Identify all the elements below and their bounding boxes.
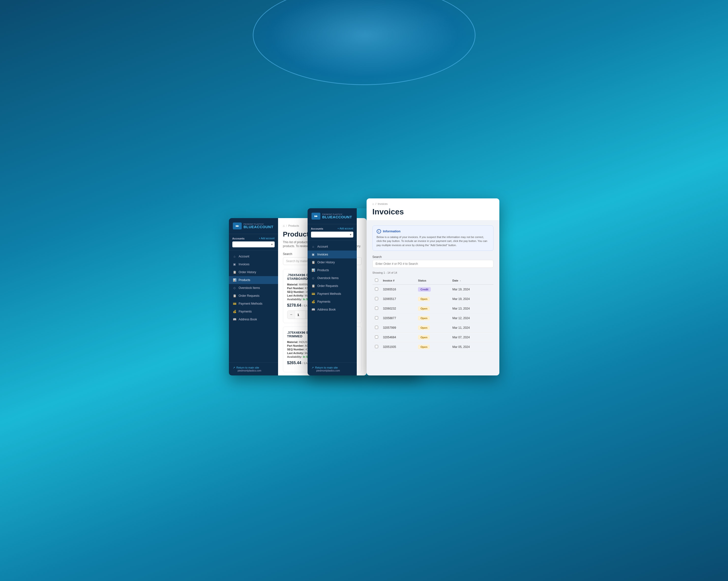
invoices-title: Invoices (372, 207, 493, 216)
return-url-p2: piedmontplastics.com (316, 369, 353, 372)
table-row: 32065516 Credit Mar 19, 2024 (372, 285, 493, 294)
home-icon-p1: ⌂ (233, 255, 236, 258)
nav-label-paymentmethods-p1: Payment Methods (239, 302, 263, 306)
row-checkbox-5[interactable] (375, 335, 378, 339)
row-checkbox-6[interactable] (375, 345, 378, 348)
sidebar-item-invoices-p1[interactable]: ▣ Invoices (229, 260, 278, 268)
status-badge-2: Open (418, 306, 430, 311)
invoice-id-2[interactable]: 32060232 (381, 304, 416, 314)
logo-blue-panel1: BLUE (244, 225, 254, 229)
sidebar-item-products-p2[interactable]: 📊 Products (308, 266, 357, 274)
invoices-header: ⌂ / Invoices Invoices (367, 199, 499, 220)
qty-decrease-btn-1[interactable]: − (287, 311, 295, 319)
sidebar-item-invoices-p2[interactable]: ▣ Invoices (308, 250, 357, 258)
invoice-id-1[interactable]: 32065517 (381, 294, 416, 304)
invoice-id-6[interactable]: 32051935 (381, 342, 416, 352)
nav-label-products-p2: Products (317, 268, 329, 272)
add-account-btn-panel2[interactable]: + Add account (338, 227, 353, 230)
sidebar-nav-panel1: ⌂ Account ▣ Invoices 📋 Order History 📊 P… (229, 250, 278, 363)
sidebar-item-products-p1[interactable]: 📊 Products (229, 276, 278, 284)
sidebar-item-account-p1[interactable]: ⌂ Account (229, 253, 278, 260)
nav-label-orderhistory-p2: Order History (317, 261, 335, 264)
invoice-id-5[interactable]: 32054684 (381, 333, 416, 342)
nav-label-paymentmethods-p2: Payment Methods (317, 292, 341, 295)
external-link-icon-p2: ↗ (312, 366, 314, 369)
info-box-title: i Information (376, 229, 489, 234)
qty-input-1[interactable] (295, 311, 305, 319)
invoice-status-2: Open (416, 304, 450, 314)
invoice-id-4[interactable]: 32057999 (381, 323, 416, 333)
date-header[interactable]: Date ↑ (450, 276, 493, 285)
info-icon: i (376, 229, 381, 234)
sidebar-item-orderrequests-p1[interactable]: 📋 Order Requests (229, 292, 278, 300)
orderreq-icon-p1: 📋 (233, 294, 236, 297)
sidebar-item-addressbook-p2[interactable]: 📖 Address Book (308, 306, 357, 314)
invoice-date-1: Mar 19, 2024 (450, 294, 493, 304)
logo-brand-panel2: Piedmont Plastics' BLUEACCOUNT (322, 213, 352, 219)
table-row: 32054684 Open Mar 07, 2024 (372, 333, 493, 342)
return-link-p1[interactable]: ↗ Return to main site (233, 366, 274, 369)
status-badge-4: Open (418, 325, 430, 330)
sidebar-item-payments-p2[interactable]: 💰 Payments (308, 298, 357, 306)
products-icon-p1: 📊 (233, 278, 236, 282)
product-unit-1: / EA (303, 304, 308, 307)
row-checkbox-4[interactable] (375, 326, 378, 329)
address-icon-p1: 📖 (233, 318, 236, 321)
invoice-status-1: Open (416, 294, 450, 304)
sidebar-nav-panel2: ⌂ Account ▣ Invoices 📋 Order History 📊 P… (308, 241, 357, 363)
invoices-search-input[interactable] (372, 260, 493, 268)
row-checkbox-1[interactable] (375, 297, 378, 300)
sidebar-item-payment-methods-p2[interactable]: 💳 Payment Methods (308, 290, 357, 298)
sidebar-item-orderrequests-p2[interactable]: 📋 Order Requests (308, 282, 357, 290)
nav-label-payments-p1: Payments (239, 310, 252, 313)
invoice-id-0[interactable]: 32065516 (381, 285, 416, 294)
row-checkbox-3[interactable] (375, 316, 378, 319)
logo-blue-panel2: BLUE (322, 215, 333, 219)
add-account-btn-panel1[interactable]: + Add account (259, 237, 275, 240)
return-label-p1: Return to main site (236, 366, 259, 369)
breadcrumb-sep-p3: / (375, 202, 376, 205)
invoices-content-panel: ⌂ / Invoices Invoices i Information Belo… (367, 199, 499, 375)
sidebar-item-overstock-p2[interactable]: ◇ Overstock Items (308, 274, 357, 282)
logo-panel1: Piedmont Plastics' BLUEACCOUNT (229, 218, 278, 234)
select-all-checkbox[interactable] (375, 279, 378, 282)
invoices-table-head: Invoice # Status Date ↑ (372, 276, 493, 285)
table-row: 32065517 Open Mar 19, 2024 (372, 294, 493, 304)
invoice-num-header[interactable]: Invoice # (381, 276, 416, 285)
invoice-status-6: Open (416, 342, 450, 352)
date-sort-icon: ↑ (460, 280, 461, 282)
accounts-select-panel1[interactable] (232, 241, 275, 247)
row-checkbox-0[interactable] (375, 287, 378, 291)
sidebar-item-overstock-p1[interactable]: ◇ Overstock Items (229, 284, 278, 292)
invoices-table: Invoice # Status Date ↑ 3206 (372, 276, 493, 352)
invoice-date-5: Mar 07, 2024 (450, 333, 493, 342)
payment-icon-p2: 💳 (312, 292, 315, 295)
accounts-select-panel2[interactable] (311, 232, 353, 238)
sidebar-item-addressbook-p1[interactable]: 📖 Address Book (229, 315, 278, 323)
status-badge-1: Open (418, 297, 430, 301)
nav-label-overstock-p2: Overstock Items (317, 276, 339, 280)
table-row: 32060232 Open Mar 13, 2024 (372, 304, 493, 314)
sidebar-item-orderhistory-p2[interactable]: 📋 Order History (308, 258, 357, 266)
table-row: 32057999 Open Mar 11, 2024 (372, 323, 493, 333)
sidebar-item-account-p2[interactable]: ⌂ Account (308, 243, 357, 250)
invoices-info-box: i Information Below is a catalog of your… (372, 226, 493, 251)
return-link-p2[interactable]: ↗ Return to main site (312, 366, 353, 369)
sidebar-item-orderhistory-p1[interactable]: 📋 Order History (229, 268, 278, 276)
sidebar-item-payments-p1[interactable]: 💰 Payments (229, 308, 278, 315)
showing-text: Showing 1 - 14 of 14 (372, 271, 493, 274)
invoice-id-3[interactable]: 32058877 (381, 314, 416, 323)
breadcrumb-home-icon-p3[interactable]: ⌂ (372, 202, 374, 205)
info-body-text: Below is a catalog of your invoices. If … (376, 235, 489, 247)
invoice-date-6: Mar 05, 2024 (450, 342, 493, 352)
breadcrumb-separator: / (286, 224, 287, 227)
nav-label-account-p1: Account (239, 255, 249, 258)
breadcrumb-home-icon[interactable]: ⌂ (283, 224, 285, 228)
sidebar-footer-p2: ↗ Return to main site piedmontplastics.c… (308, 363, 357, 375)
sidebar-item-payment-methods-p1[interactable]: 💳 Payment Methods (229, 300, 278, 308)
invoices-breadcrumb: ⌂ / Invoices (372, 202, 493, 205)
row-checkbox-2[interactable] (375, 307, 378, 310)
nav-label-orderrequests-p1: Order Requests (239, 294, 260, 297)
info-title-text: Information (383, 230, 401, 233)
invoice-status-5: Open (416, 333, 450, 342)
